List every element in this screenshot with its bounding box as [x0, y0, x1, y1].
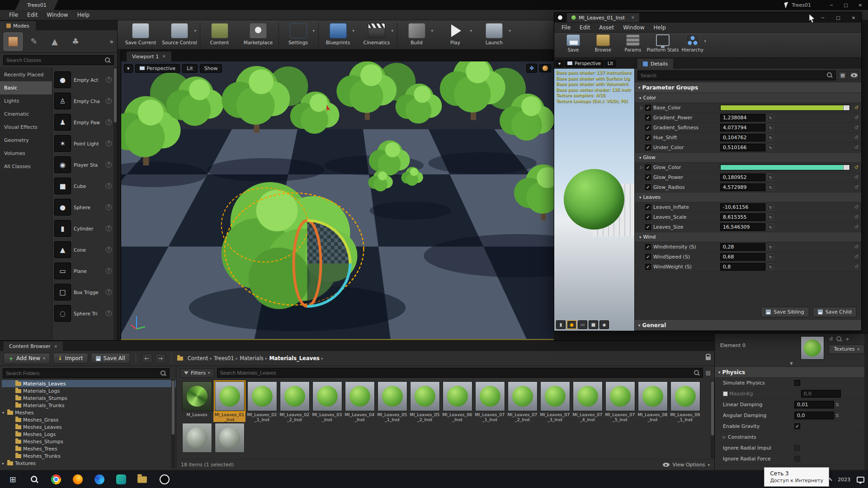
asset-tile[interactable]: MI_Leaves_02 _2_Inst: [278, 381, 311, 422]
param-row[interactable]: Hue_Shift 0,104762 ↻ ↺: [635, 133, 861, 143]
mass-value-field[interactable]: 0,0: [801, 390, 841, 398]
toolbar-button[interactable]: ▾ Build: [397, 22, 436, 48]
override-checkbox[interactable]: [723, 391, 728, 396]
filters-button[interactable]: Filters ▾: [180, 368, 214, 378]
toolbar-button[interactable]: ▾ Save: [559, 34, 588, 57]
asset-tile[interactable]: MI_Leaves_04 _Inst: [344, 381, 376, 422]
asset-tile[interactable]: [181, 423, 213, 459]
expander-icon[interactable]: ▷: [723, 435, 727, 439]
value-field[interactable]: -10,61156: [720, 203, 765, 211]
minimize-button[interactable]: ─: [826, 2, 837, 9]
display-filter-eye-icon[interactable]: [849, 71, 859, 80]
preview-options-button[interactable]: ▾: [556, 60, 563, 67]
asset-tile[interactable]: MI_Leaves_02 _1_Inst: [246, 381, 278, 422]
code-editor-icon[interactable]: [111, 471, 131, 488]
value-field[interactable]: 0,8: [720, 263, 765, 271]
refresh-icon[interactable]: ↻: [767, 253, 774, 260]
search-classes-input[interactable]: [6, 57, 103, 63]
param-row[interactable]: WindSpeed (S) 0,68 ↻ ↺: [635, 252, 861, 262]
general-section-header[interactable]: ▾ General: [635, 320, 861, 331]
reset-icon[interactable]: ↺: [854, 214, 859, 220]
category-item[interactable]: Cinematic: [0, 108, 52, 121]
chevron-down-icon[interactable]: ▾: [312, 28, 315, 33]
add-new-button[interactable]: + Add New ▾: [4, 353, 50, 364]
menu-item[interactable]: Edit: [575, 23, 594, 32]
menu-item[interactable]: Asset: [594, 23, 618, 32]
asset-tile[interactable]: MI_Leaves_05 _2_Inst: [409, 381, 441, 422]
asset-tile[interactable]: MI_Leaves_07 _1_Inst: [474, 381, 506, 422]
toolbar-button[interactable]: ▾ Content: [200, 22, 239, 48]
expander-icon[interactable]: ▾: [2, 411, 7, 415]
param-row[interactable]: Leaves_Inflate -10,61156 ↻ ↺: [635, 202, 861, 212]
param-row[interactable]: Glow_Power 0,180952 ↻ ↺: [635, 173, 861, 183]
tab-viewport1[interactable]: Viewport 1 ✕: [127, 52, 171, 61]
show-flags-button[interactable]: Show: [200, 64, 222, 73]
asset-tile[interactable]: MI_Leaves_09 _1_Inst: [669, 381, 701, 422]
save-child-button[interactable]: Save Child: [813, 307, 857, 317]
asset-tile[interactable]: [213, 423, 245, 459]
breadcrumb-item[interactable]: Materials_Leaves: [269, 355, 319, 361]
value-field[interactable]: 1,238084: [720, 114, 765, 122]
expander-icon[interactable]: ▷: [640, 106, 645, 110]
value-field[interactable]: 16,546309: [720, 223, 765, 231]
toolbar-button[interactable]: ▾ Save Current: [121, 22, 160, 48]
view-options-button[interactable]: View Options ▾: [663, 462, 710, 468]
chrome-icon[interactable]: [46, 471, 66, 488]
material-thumbnail[interactable]: [801, 336, 824, 360]
param-checkbox[interactable]: [645, 184, 651, 190]
asset-tile[interactable]: MI_Leaves_05 _1_Inst: [376, 381, 408, 422]
param-checkbox[interactable]: [645, 105, 651, 111]
param-checkbox[interactable]: [645, 244, 651, 250]
scrollbar[interactable]: [171, 380, 175, 468]
unreal-launcher-icon[interactable]: [155, 471, 175, 488]
refresh-icon[interactable]: ↻: [767, 214, 774, 221]
mode-paint-button[interactable]: ✎: [24, 33, 43, 51]
refresh-icon[interactable]: ↻: [767, 114, 774, 121]
value-field[interactable]: 0,28: [720, 243, 765, 251]
param-checkbox[interactable]: [645, 145, 651, 150]
reset-icon[interactable]: ↺: [854, 105, 859, 111]
param-row[interactable]: WindWeight (S) 0,8 ↻ ↺: [635, 262, 861, 272]
linear-damping-field[interactable]: 0,01: [794, 401, 834, 408]
mi-close-button[interactable]: ✕: [848, 14, 859, 21]
angular-damping-field[interactable]: 0,0: [794, 412, 834, 419]
enable-gravity-checkbox[interactable]: [794, 423, 800, 429]
close-button[interactable]: ✕: [854, 2, 866, 9]
reset-icon[interactable]: ↺: [854, 164, 859, 170]
param-checkbox[interactable]: [645, 224, 651, 230]
search-folders-input[interactable]: [6, 371, 158, 376]
placeable-item[interactable]: ▭ Plane ?: [54, 260, 113, 282]
asset-tile[interactable]: MI_Leaves_08 _Inst: [637, 381, 669, 422]
value-field[interactable]: 4,073794: [720, 124, 765, 131]
close-icon[interactable]: ✕: [162, 54, 166, 59]
row-enable-gravity[interactable]: Enable Gravity: [715, 421, 868, 432]
category-item[interactable]: Basic: [0, 81, 52, 94]
toolbar-button[interactable]: ▾ Play: [436, 22, 475, 48]
cube-shape-button[interactable]: ■: [589, 320, 598, 329]
expander-icon[interactable]: ▷: [640, 165, 645, 169]
param-row-base-color[interactable]: ▷ Base_Color ↺: [635, 103, 861, 113]
refresh-icon[interactable]: ↻: [767, 244, 774, 250]
param-checkbox[interactable]: [645, 125, 651, 131]
row-linear-damping[interactable]: Linear Damping 0,01 ⇅: [715, 399, 868, 410]
asset-tile[interactable]: MI_Leaves_03 _Inst: [311, 381, 343, 422]
param-row[interactable]: Leaves_Scale 8,615355 ↻ ↺: [635, 212, 861, 222]
menu-item[interactable]: Help: [649, 23, 670, 32]
toolbar-button[interactable]: ▾ Hierarchy: [678, 34, 707, 57]
breadcrumb-item[interactable]: Materials: [240, 355, 264, 361]
placeable-item[interactable]: ■ Cube ?: [54, 175, 113, 197]
reset-icon[interactable]: ↺: [854, 254, 859, 260]
refresh-icon[interactable]: ↻: [767, 174, 774, 181]
menu-item[interactable]: Window: [42, 10, 72, 19]
param-checkbox[interactable]: [645, 264, 651, 270]
toolbar-button[interactable]: ▾ Settings: [278, 22, 317, 48]
scrollbar[interactable]: [711, 380, 714, 458]
folder-tree-item[interactable]: Materials_Trunks: [2, 402, 176, 409]
param-row[interactable]: Gradient_Power 1,238084 ↻ ↺: [635, 113, 861, 123]
folder-tree-item[interactable]: Materials_Leaves: [2, 380, 176, 387]
simulate-physics-checkbox[interactable]: [794, 380, 800, 386]
refresh-icon[interactable]: ↻: [767, 263, 774, 270]
folder-tree-item[interactable]: Meshes_Leaves: [2, 423, 176, 431]
spinner-icon[interactable]: ⇅: [835, 402, 839, 407]
breadcrumb-item[interactable]: Trees01: [214, 355, 234, 361]
